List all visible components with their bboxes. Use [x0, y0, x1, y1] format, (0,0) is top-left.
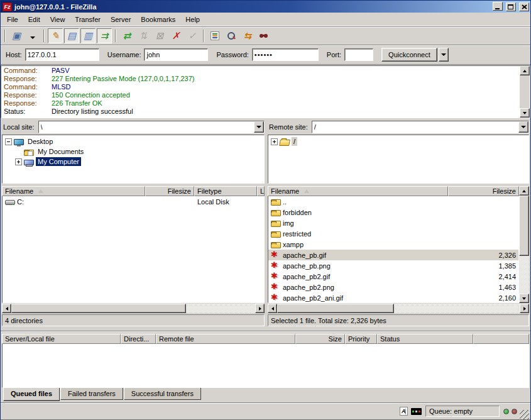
toggle-transfer-queue-button[interactable]	[97, 28, 112, 43]
menu-item[interactable]: File	[2, 14, 23, 25]
column-header[interactable]: L	[257, 186, 265, 196]
toggle-message-log-button[interactable]	[48, 28, 63, 43]
scroll-track[interactable]	[520, 75, 530, 108]
remote-vertical-scrollbar[interactable]	[519, 186, 529, 303]
menu-item[interactable]: View	[45, 14, 70, 25]
column-header[interactable]: Filetype	[194, 186, 257, 196]
column-header[interactable]: Filesize	[145, 186, 194, 196]
menu-item[interactable]: Edit	[23, 14, 45, 25]
window-title: john@127.0.0.1 - FileZilla	[14, 3, 491, 11]
image-file-icon	[271, 283, 281, 292]
scroll-track[interactable]	[519, 256, 529, 294]
remote-site-input[interactable]	[312, 121, 518, 133]
scroll-thumb[interactable]	[277, 304, 394, 313]
username-input[interactable]	[144, 48, 208, 61]
toggle-local-treeview-button[interactable]	[64, 28, 79, 43]
file-row[interactable]: ..	[268, 196, 518, 207]
reconnect-button[interactable]	[185, 28, 200, 43]
search-button[interactable]	[224, 28, 239, 43]
local-site-input[interactable]	[39, 121, 254, 133]
file-row[interactable]: apache_pb2.png 1,463	[268, 282, 518, 292]
menu-item[interactable]: Transfer	[70, 14, 106, 25]
toggle-transfer-queue-icon	[101, 31, 109, 41]
scroll-right-button[interactable]	[520, 304, 529, 313]
filter-button[interactable]	[207, 28, 222, 43]
expander-icon[interactable]	[271, 138, 278, 145]
scroll-left-button[interactable]	[268, 304, 277, 313]
scroll-track[interactable]	[186, 304, 255, 313]
expander-icon[interactable]	[15, 158, 22, 165]
dropdown-arrow-button[interactable]	[25, 28, 40, 43]
file-row[interactable]: img	[268, 218, 518, 228]
tree-item[interactable]: /	[268, 136, 528, 146]
local-horizontal-scrollbar[interactable]	[2, 304, 265, 313]
column-header[interactable]: Priority	[345, 334, 377, 344]
remote-site-dropdown-button[interactable]	[518, 121, 528, 133]
host-input[interactable]	[25, 48, 99, 61]
local-site-dropdown-button[interactable]	[254, 121, 264, 133]
column-header[interactable]	[473, 334, 529, 344]
tree-item[interactable]: My Computer	[3, 157, 264, 167]
site-manager-button[interactable]	[9, 28, 24, 43]
toggle-remote-treeview-button[interactable]	[80, 28, 96, 43]
scroll-left-button[interactable]	[2, 304, 11, 313]
disconnect-button[interactable]	[168, 28, 183, 43]
local-site-combo[interactable]	[38, 121, 265, 133]
scroll-down-button[interactable]	[519, 294, 529, 303]
scroll-up-button[interactable]	[520, 66, 530, 75]
queue-list[interactable]	[2, 344, 529, 388]
scroll-right-button[interactable]	[255, 304, 265, 313]
tree-item[interactable]: My Documents	[3, 146, 264, 157]
column-header[interactable]: Directi...	[121, 334, 156, 344]
tab[interactable]: Successful transfers	[124, 388, 201, 400]
minimize-button[interactable]	[493, 2, 503, 11]
expander-icon[interactable]	[5, 138, 12, 145]
quickconnect-button[interactable]: Quickconnect	[381, 48, 437, 62]
resize-grip[interactable]	[520, 410, 529, 419]
directory-comparison-button[interactable]	[240, 28, 255, 43]
log-scrollbar[interactable]	[520, 66, 530, 118]
column-header[interactable]: Server/Local file	[2, 334, 121, 344]
speed-limit-button[interactable]	[411, 406, 422, 416]
column-header[interactable]: Filename	[2, 186, 145, 196]
menu-item[interactable]: Help	[180, 14, 205, 25]
title-bar[interactable]: Fz john@127.0.0.1 - FileZilla	[1, 1, 530, 13]
menu-item[interactable]: Bookmarks	[136, 14, 180, 25]
scroll-thumb[interactable]	[519, 196, 529, 256]
menu-item[interactable]: Server	[106, 14, 136, 25]
close-button[interactable]	[519, 3, 529, 11]
port-input[interactable]	[344, 48, 373, 61]
file-row[interactable]: apache_pb2.gif 2,414	[268, 271, 518, 282]
tab[interactable]: Failed transfers	[60, 388, 123, 400]
quickconnect-dropdown-button[interactable]	[439, 48, 449, 62]
process-queue-button[interactable]	[136, 28, 151, 43]
column-header[interactable]: Filename	[268, 186, 448, 196]
file-row[interactable]: apache_pb.gif 2,326	[268, 250, 518, 260]
tab[interactable]: Queued files	[3, 388, 60, 401]
synchronized-browsing-button[interactable]	[256, 28, 271, 43]
cancel-operation-button[interactable]	[152, 28, 167, 43]
refresh-button[interactable]	[119, 28, 134, 43]
scroll-thumb[interactable]	[11, 304, 186, 313]
remote-site-combo[interactable]	[312, 121, 529, 133]
file-row[interactable]: apache_pb.png 1,385	[268, 260, 518, 271]
file-row[interactable]: xampp	[268, 239, 518, 250]
scroll-track[interactable]	[394, 304, 520, 313]
column-header[interactable]: Status	[377, 334, 473, 344]
scroll-up-button[interactable]	[519, 186, 529, 196]
maximize-button[interactable]	[506, 3, 516, 11]
expander-icon[interactable]	[15, 148, 22, 155]
file-row[interactable]: apache_pb2_ani.gif 2,160	[268, 292, 518, 303]
remote-horizontal-scrollbar[interactable]	[268, 304, 529, 313]
transfer-type-button[interactable]	[398, 406, 409, 416]
column-header[interactable]: Filesize	[448, 186, 519, 196]
tree-item[interactable]: Desktop	[3, 136, 264, 146]
password-input[interactable]	[252, 48, 319, 61]
file-row[interactable]: restricted	[268, 228, 518, 239]
file-row[interactable]: C: Local Disk	[3, 196, 264, 207]
column-header[interactable]: Remote file	[156, 334, 295, 344]
separator-icon	[115, 30, 116, 42]
scroll-down-button[interactable]	[520, 108, 530, 118]
file-row[interactable]: forbidden	[268, 207, 518, 218]
column-header[interactable]: Size	[295, 334, 345, 344]
